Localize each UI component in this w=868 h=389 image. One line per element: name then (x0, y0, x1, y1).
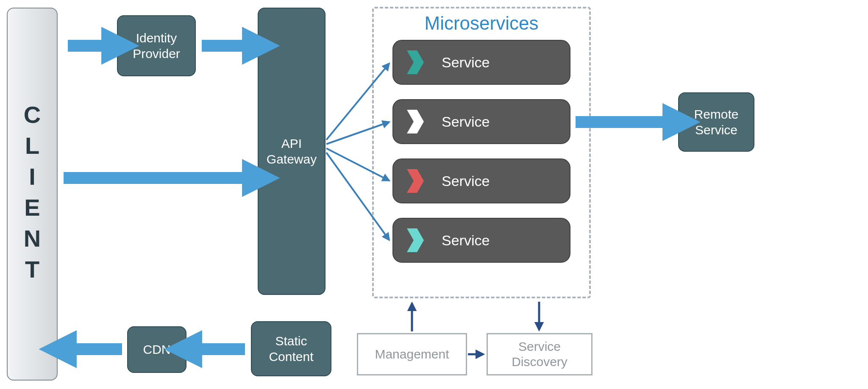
client-label: CLIENT (19, 101, 46, 287)
cdn-box: CDN (127, 326, 186, 373)
chevron-icon (406, 168, 425, 194)
service-box-4: Service (392, 218, 570, 263)
static-content-box: Static Content (251, 321, 331, 376)
cdn-label: CDN (143, 342, 171, 358)
identity-provider-label: Identity Provider (133, 30, 180, 62)
microservices-title: Microservices (372, 13, 591, 34)
service-discovery-box: Service Discovery (487, 333, 593, 375)
identity-provider-box: Identity Provider (117, 15, 196, 76)
service-box-2: Service (392, 99, 570, 144)
api-gateway-label: API Gateway (267, 136, 317, 167)
service-box-1: Service (392, 40, 570, 85)
service-label: Service (442, 54, 490, 71)
management-box: Management (357, 333, 467, 375)
microservices-title-text: Microservices (425, 13, 539, 33)
service-discovery-label: Service Discovery (512, 339, 568, 370)
client-box: CLIENT (7, 8, 58, 381)
service-label: Service (442, 114, 490, 130)
service-label: Service (442, 232, 490, 249)
static-content-label: Static Content (269, 333, 313, 365)
service-box-3: Service (392, 158, 570, 203)
service-label: Service (442, 173, 490, 189)
chevron-icon (406, 50, 425, 75)
remote-service-label: Remote Service (694, 106, 738, 138)
diagram-root: CLIENT Identity Provider API Gateway CDN… (0, 0, 868, 389)
remote-service-box: Remote Service (678, 92, 754, 152)
chevron-icon (406, 109, 425, 134)
api-gateway-box: API Gateway (258, 8, 326, 295)
management-label: Management (375, 347, 449, 362)
chevron-icon (406, 228, 425, 253)
